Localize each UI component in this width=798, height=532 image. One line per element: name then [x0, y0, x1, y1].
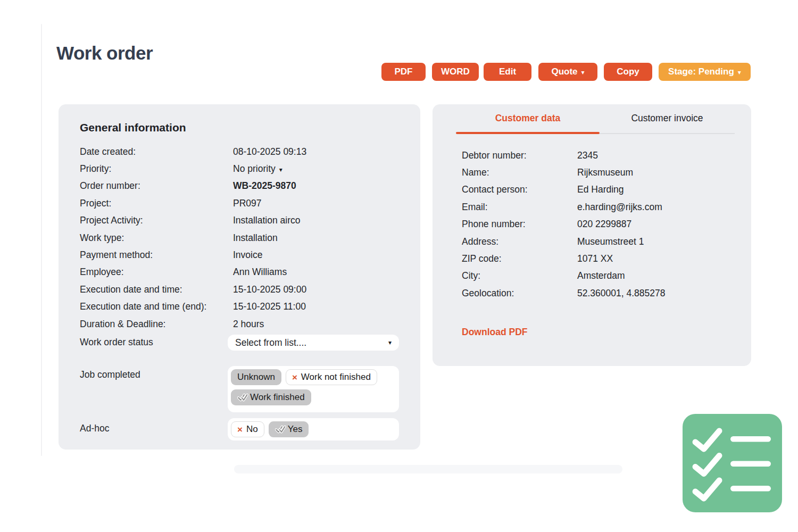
option-work-not-finished[interactable]: × Work not finished [286, 369, 377, 385]
field-row-priority: Priority: No priority▾ [80, 160, 403, 177]
tab-customer-data[interactable]: Customer data [456, 113, 600, 124]
tab-customer-invoice[interactable]: Customer invoice [600, 113, 735, 124]
field-label: Debtor number: [462, 150, 577, 161]
checklist-icon [683, 414, 782, 512]
field-value: 52.360001, 4.885278 [577, 288, 665, 299]
priority-dropdown[interactable]: No priority▾ [233, 163, 282, 174]
field-value: Ed Harding [577, 184, 624, 195]
work-order-status-label: Work order status [80, 337, 153, 348]
chevron-down-icon: ▾ [388, 339, 392, 346]
field-row-project: Project: PR097 [80, 195, 403, 212]
chevron-down-icon: ▾ [738, 69, 741, 76]
field-label: Priority: [80, 163, 233, 174]
field-row-phone-number: Phone number: 020 2299887 [462, 216, 733, 233]
stage-dropdown-button[interactable]: Stage: Pending ▾ [659, 63, 751, 81]
order-number-value: WB-2025-9870 [233, 180, 296, 192]
status-select-placeholder: Select from list.... [235, 337, 388, 348]
field-row-work-type: Work type: Installation [80, 229, 403, 246]
field-row-project-activity: Project Activity: Installation airco [80, 212, 403, 229]
field-value: e.harding@rijks.com [577, 202, 662, 213]
ad-hoc-options: × No Yes [228, 418, 399, 440]
field-value: 1071 XX [577, 253, 613, 264]
customer-fields: Debtor number: 2345 Name: Rijksmuseum Co… [462, 147, 733, 302]
cross-icon: × [237, 425, 243, 434]
page-title: Work order [56, 43, 153, 64]
double-check-icon [275, 425, 286, 434]
field-label: Geolocation: [462, 288, 577, 299]
word-button-label: WORD [441, 66, 470, 77]
field-label: Name: [462, 167, 577, 178]
ad-hoc-label: Ad-hoc [80, 423, 109, 434]
field-label: Employee: [80, 267, 233, 278]
field-label: Phone number: [462, 219, 577, 230]
stage-button-label: Stage: Pending [668, 66, 734, 77]
field-row-name: Name: Rijksmuseum [462, 164, 733, 181]
option-work-finished[interactable]: Work finished [231, 389, 311, 405]
pdf-button[interactable]: PDF [381, 63, 426, 81]
general-information-panel: General information Date created: 08-10-… [59, 104, 420, 450]
field-row-address: Address: Museumstreet 1 [462, 233, 733, 250]
chevron-down-icon: ▾ [279, 166, 282, 173]
field-value: 15-10-2025 09:00 [233, 284, 306, 295]
field-label: Work type: [80, 232, 233, 244]
field-label: Execution date and time: [80, 284, 233, 295]
pdf-button-label: PDF [395, 66, 413, 77]
field-value: Invoice [233, 250, 262, 261]
work-order-page: Work order PDF WORD Edit Quote ▾ Copy St… [0, 0, 798, 532]
field-value: Ann Williams [233, 267, 287, 278]
footer-shadow [234, 465, 622, 473]
field-label: City: [462, 270, 577, 281]
field-value: Amsterdam [577, 270, 625, 281]
field-value: 020 2299887 [577, 219, 631, 230]
field-row-geolocation: Geolocation: 52.360001, 4.885278 [462, 285, 733, 302]
field-value: Installation [233, 232, 278, 244]
field-row-email: Email: e.harding@rijks.com [462, 198, 733, 215]
field-row-employee: Employee: Ann Williams [80, 264, 403, 281]
quote-button-label: Quote [551, 66, 577, 77]
word-button[interactable]: WORD [432, 63, 479, 81]
copy-button[interactable]: Copy [604, 63, 652, 81]
chevron-down-icon: ▾ [581, 69, 585, 76]
quote-dropdown-button[interactable]: Quote ▾ [538, 63, 597, 81]
general-information-heading: General information [80, 121, 186, 134]
field-label: Address: [462, 236, 577, 247]
copy-button-label: Copy [617, 66, 639, 77]
field-label: Email: [462, 202, 577, 213]
edit-button[interactable]: Edit [484, 63, 531, 81]
field-label: Date created: [80, 146, 233, 157]
field-value: Museumstreet 1 [577, 236, 644, 247]
customer-panel: Customer data Customer invoice Debtor nu… [433, 104, 751, 366]
option-label: Work finished [250, 392, 305, 403]
page-edge-line [41, 24, 42, 456]
field-row-zip-code: ZIP code: 1071 XX [462, 250, 733, 267]
option-label: Yes [288, 424, 303, 435]
general-fields: Date created: 08-10-2025 09:13 Priority:… [80, 143, 403, 332]
download-pdf-link[interactable]: Download PDF [462, 327, 527, 338]
field-label: Execution date and time (end): [80, 301, 233, 312]
field-row-order-number: Order number: WB-2025-9870 [80, 178, 403, 195]
field-value: PR097 [233, 198, 262, 209]
double-check-icon [237, 393, 248, 402]
field-row-contact-person: Contact person: Ed Harding [462, 181, 733, 198]
field-value: 2345 [577, 150, 598, 161]
option-unknown[interactable]: Unknown [231, 369, 281, 385]
field-row-city: City: Amsterdam [462, 268, 733, 285]
option-label: Unknown [237, 372, 275, 383]
option-label: Work not finished [301, 372, 371, 383]
edit-button-label: Edit [499, 66, 516, 77]
field-label: Payment method: [80, 250, 233, 261]
option-yes[interactable]: Yes [269, 421, 309, 437]
field-row-payment-method: Payment method: Invoice [80, 246, 403, 263]
field-row-execution-end: Execution date and time (end): 15-10-202… [80, 298, 403, 315]
field-row-debtor-number: Debtor number: 2345 [462, 147, 733, 164]
field-value: Rijksmuseum [577, 167, 633, 178]
option-label: No [246, 424, 258, 435]
field-row-execution-start: Execution date and time: 15-10-2025 09:0… [80, 281, 403, 298]
job-completed-label: Job completed [80, 369, 140, 380]
work-order-status-select[interactable]: Select from list.... ▾ [228, 335, 399, 351]
field-label: Project: [80, 198, 233, 209]
option-no[interactable]: × No [231, 421, 264, 437]
field-row-duration-deadline: Duration & Deadline: 2 hours [80, 315, 403, 332]
active-tab-underline [456, 132, 600, 134]
field-label: Project Activity: [80, 215, 233, 226]
